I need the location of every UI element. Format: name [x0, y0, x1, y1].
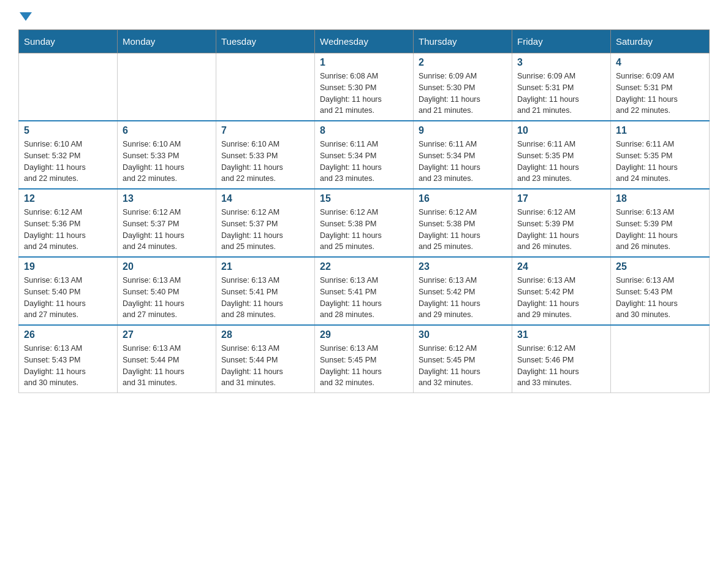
calendar-cell: 16Sunrise: 6:12 AM Sunset: 5:38 PM Dayli…: [414, 189, 512, 257]
calendar-header-monday: Monday: [118, 30, 216, 53]
day-info: Sunrise: 6:13 AM Sunset: 5:40 PM Dayligh…: [24, 275, 112, 321]
calendar-cell: 3Sunrise: 6:09 AM Sunset: 5:31 PM Daylig…: [512, 53, 611, 121]
calendar-cell: 17Sunrise: 6:12 AM Sunset: 5:39 PM Dayli…: [512, 189, 611, 257]
day-number: 10: [517, 125, 605, 136]
day-number: 6: [123, 125, 211, 136]
day-info: Sunrise: 6:11 AM Sunset: 5:35 PM Dayligh…: [616, 139, 704, 185]
calendar-header-thursday: Thursday: [414, 30, 512, 53]
day-number: 26: [24, 329, 112, 340]
day-number: 5: [24, 125, 112, 136]
day-number: 27: [123, 329, 211, 340]
day-number: 22: [320, 261, 408, 272]
day-number: 14: [221, 193, 309, 204]
calendar-header-sunday: Sunday: [19, 30, 118, 53]
day-number: 3: [517, 57, 605, 68]
day-info: Sunrise: 6:13 AM Sunset: 5:40 PM Dayligh…: [123, 275, 211, 321]
logo: [18, 12, 36, 17]
day-number: 12: [24, 193, 112, 204]
day-number: 15: [320, 193, 408, 204]
calendar-cell: [19, 53, 118, 121]
logo-triangle-icon: [20, 12, 32, 21]
calendar-header-saturday: Saturday: [611, 30, 710, 53]
calendar-cell: 30Sunrise: 6:12 AM Sunset: 5:45 PM Dayli…: [414, 325, 512, 393]
day-info: Sunrise: 6:13 AM Sunset: 5:41 PM Dayligh…: [221, 275, 309, 321]
calendar-cell: 4Sunrise: 6:09 AM Sunset: 5:31 PM Daylig…: [611, 53, 710, 121]
day-info: Sunrise: 6:10 AM Sunset: 5:33 PM Dayligh…: [123, 139, 211, 185]
day-number: 9: [419, 125, 507, 136]
calendar-cell: 10Sunrise: 6:11 AM Sunset: 5:35 PM Dayli…: [512, 121, 611, 189]
calendar-cell: 9Sunrise: 6:11 AM Sunset: 5:34 PM Daylig…: [414, 121, 512, 189]
day-number: 29: [320, 329, 408, 340]
day-number: 18: [616, 193, 704, 204]
day-info: Sunrise: 6:13 AM Sunset: 5:45 PM Dayligh…: [320, 343, 408, 389]
day-info: Sunrise: 6:13 AM Sunset: 5:39 PM Dayligh…: [616, 207, 704, 253]
calendar-cell: 6Sunrise: 6:10 AM Sunset: 5:33 PM Daylig…: [118, 121, 216, 189]
calendar-cell: 2Sunrise: 6:09 AM Sunset: 5:30 PM Daylig…: [414, 53, 512, 121]
day-info: Sunrise: 6:10 AM Sunset: 5:33 PM Dayligh…: [221, 139, 309, 185]
calendar-week-row: 12Sunrise: 6:12 AM Sunset: 5:36 PM Dayli…: [19, 189, 710, 257]
calendar-cell: [611, 325, 710, 393]
day-info: Sunrise: 6:12 AM Sunset: 5:38 PM Dayligh…: [320, 207, 408, 253]
calendar-cell: 22Sunrise: 6:13 AM Sunset: 5:41 PM Dayli…: [315, 257, 414, 325]
day-info: Sunrise: 6:13 AM Sunset: 5:43 PM Dayligh…: [616, 275, 704, 321]
calendar-cell: 31Sunrise: 6:12 AM Sunset: 5:46 PM Dayli…: [512, 325, 611, 393]
day-info: Sunrise: 6:11 AM Sunset: 5:34 PM Dayligh…: [419, 139, 507, 185]
calendar-cell: 24Sunrise: 6:13 AM Sunset: 5:42 PM Dayli…: [512, 257, 611, 325]
day-number: 23: [419, 261, 507, 272]
day-number: 21: [221, 261, 309, 272]
calendar-cell: 25Sunrise: 6:13 AM Sunset: 5:43 PM Dayli…: [611, 257, 710, 325]
day-number: 25: [616, 261, 704, 272]
day-number: 7: [221, 125, 309, 136]
calendar-cell: 28Sunrise: 6:13 AM Sunset: 5:44 PM Dayli…: [216, 325, 315, 393]
day-number: 8: [320, 125, 408, 136]
day-info: Sunrise: 6:12 AM Sunset: 5:46 PM Dayligh…: [517, 343, 605, 389]
calendar-header-tuesday: Tuesday: [216, 30, 315, 53]
day-number: 24: [517, 261, 605, 272]
day-info: Sunrise: 6:10 AM Sunset: 5:32 PM Dayligh…: [24, 139, 112, 185]
day-info: Sunrise: 6:08 AM Sunset: 5:30 PM Dayligh…: [320, 71, 408, 117]
day-info: Sunrise: 6:12 AM Sunset: 5:39 PM Dayligh…: [517, 207, 605, 253]
calendar-cell: [118, 53, 216, 121]
day-number: 30: [419, 329, 507, 340]
day-number: 31: [517, 329, 605, 340]
day-info: Sunrise: 6:13 AM Sunset: 5:43 PM Dayligh…: [24, 343, 112, 389]
day-info: Sunrise: 6:12 AM Sunset: 5:38 PM Dayligh…: [419, 207, 507, 253]
day-info: Sunrise: 6:13 AM Sunset: 5:42 PM Dayligh…: [419, 275, 507, 321]
day-number: 13: [123, 193, 211, 204]
day-number: 20: [123, 261, 211, 272]
day-info: Sunrise: 6:09 AM Sunset: 5:31 PM Dayligh…: [517, 71, 605, 117]
calendar-cell: 5Sunrise: 6:10 AM Sunset: 5:32 PM Daylig…: [19, 121, 118, 189]
calendar-cell: 21Sunrise: 6:13 AM Sunset: 5:41 PM Dayli…: [216, 257, 315, 325]
calendar-table: SundayMondayTuesdayWednesdayThursdayFrid…: [18, 29, 710, 393]
calendar-cell: 12Sunrise: 6:12 AM Sunset: 5:36 PM Dayli…: [19, 189, 118, 257]
day-number: 16: [419, 193, 507, 204]
day-info: Sunrise: 6:13 AM Sunset: 5:44 PM Dayligh…: [123, 343, 211, 389]
calendar-cell: 26Sunrise: 6:13 AM Sunset: 5:43 PM Dayli…: [19, 325, 118, 393]
day-info: Sunrise: 6:11 AM Sunset: 5:35 PM Dayligh…: [517, 139, 605, 185]
day-info: Sunrise: 6:09 AM Sunset: 5:30 PM Dayligh…: [419, 71, 507, 117]
day-info: Sunrise: 6:13 AM Sunset: 5:42 PM Dayligh…: [517, 275, 605, 321]
day-number: 28: [221, 329, 309, 340]
day-number: 19: [24, 261, 112, 272]
calendar-header-friday: Friday: [512, 30, 611, 53]
day-info: Sunrise: 6:11 AM Sunset: 5:34 PM Dayligh…: [320, 139, 408, 185]
day-number: 11: [616, 125, 704, 136]
day-number: 2: [419, 57, 507, 68]
day-info: Sunrise: 6:13 AM Sunset: 5:41 PM Dayligh…: [320, 275, 408, 321]
calendar-cell: 19Sunrise: 6:13 AM Sunset: 5:40 PM Dayli…: [19, 257, 118, 325]
calendar-cell: 8Sunrise: 6:11 AM Sunset: 5:34 PM Daylig…: [315, 121, 414, 189]
page-header: [18, 12, 710, 17]
calendar-header-row: SundayMondayTuesdayWednesdayThursdayFrid…: [19, 30, 710, 53]
day-number: 4: [616, 57, 704, 68]
calendar-cell: 13Sunrise: 6:12 AM Sunset: 5:37 PM Dayli…: [118, 189, 216, 257]
calendar-week-row: 1Sunrise: 6:08 AM Sunset: 5:30 PM Daylig…: [19, 53, 710, 121]
day-info: Sunrise: 6:12 AM Sunset: 5:45 PM Dayligh…: [419, 343, 507, 389]
calendar-cell: 15Sunrise: 6:12 AM Sunset: 5:38 PM Dayli…: [315, 189, 414, 257]
day-info: Sunrise: 6:12 AM Sunset: 5:37 PM Dayligh…: [123, 207, 211, 253]
day-number: 17: [517, 193, 605, 204]
calendar-week-row: 5Sunrise: 6:10 AM Sunset: 5:32 PM Daylig…: [19, 121, 710, 189]
calendar-week-row: 26Sunrise: 6:13 AM Sunset: 5:43 PM Dayli…: [19, 325, 710, 393]
day-info: Sunrise: 6:12 AM Sunset: 5:36 PM Dayligh…: [24, 207, 112, 253]
day-info: Sunrise: 6:09 AM Sunset: 5:31 PM Dayligh…: [616, 71, 704, 117]
calendar-header-wednesday: Wednesday: [315, 30, 414, 53]
